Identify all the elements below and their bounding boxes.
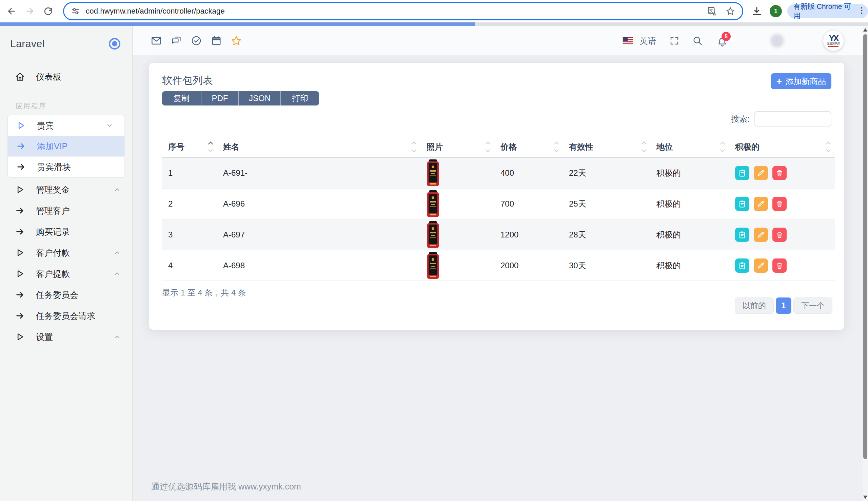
plus-icon: + xyxy=(777,77,782,86)
page-number-button[interactable]: 1 xyxy=(776,298,791,314)
copy-button[interactable]: 复制 xyxy=(162,91,201,106)
reload-icon[interactable] xyxy=(42,5,54,17)
back-icon[interactable] xyxy=(6,5,18,17)
sort-icons xyxy=(642,142,645,152)
package-table: 序号 姓名 照片 价格 xyxy=(162,137,835,281)
screen: cod.hwymw.net/admin/controller/package 文… xyxy=(0,0,868,501)
site-info-icon[interactable] xyxy=(71,7,80,16)
fullscreen-icon[interactable] xyxy=(669,36,680,46)
play-icon xyxy=(15,332,25,342)
delete-button[interactable] xyxy=(772,166,786,180)
sidebar-item-customer-payments[interactable]: 客户付款 xyxy=(0,242,132,263)
chevron-up-icon xyxy=(114,249,121,256)
chevron-down-icon xyxy=(106,122,113,129)
browser-menu-icon[interactable] xyxy=(858,6,865,16)
delete-button[interactable] xyxy=(772,197,786,211)
arrow-right-icon xyxy=(15,311,25,321)
cell-status: 积极的 xyxy=(650,220,729,250)
column-header-active[interactable]: 积极的 xyxy=(729,137,835,157)
sort-icons xyxy=(412,142,416,152)
download-icon[interactable] xyxy=(751,6,762,17)
arrow-right-icon xyxy=(15,227,25,237)
sidebar-item-vip[interactable]: 贵宾 xyxy=(8,115,124,136)
cell-actions xyxy=(729,189,835,219)
translate-icon[interactable]: 文 xyxy=(707,6,717,16)
browser-profile-avatar[interactable]: 1 xyxy=(770,5,782,17)
edit-button[interactable] xyxy=(754,227,768,242)
bookmark-star-icon[interactable] xyxy=(725,6,735,16)
cell-validity: 30天 xyxy=(563,250,650,280)
table-row: 2A-69670025天积极的 xyxy=(162,189,835,220)
delete-button[interactable] xyxy=(772,258,786,273)
edit-button[interactable] xyxy=(754,197,768,211)
sidebar-item-customer-withdrawals[interactable]: 客户提款 xyxy=(0,263,132,284)
play-icon xyxy=(15,184,25,195)
column-header-name[interactable]: 姓名 xyxy=(217,137,421,157)
address-bar[interactable]: cod.hwymw.net/admin/controller/package 文 xyxy=(63,2,743,20)
chrome-update-button[interactable]: 有新版 Chrome 可用 xyxy=(787,4,868,18)
calendar-icon[interactable] xyxy=(210,35,222,46)
page-footer-text: 通过优选源码库雇用我 www.yxymk.com xyxy=(151,481,301,492)
notifications-bell[interactable]: 5 xyxy=(717,35,728,47)
star-icon[interactable] xyxy=(230,35,242,46)
product-photo xyxy=(426,159,440,186)
view-button[interactable] xyxy=(735,166,749,180)
chevron-up-icon xyxy=(114,333,121,340)
check-circle-icon[interactable] xyxy=(191,35,202,46)
sidebar: Laravel 仪表板 应用程序 xyxy=(0,26,133,501)
sidebar-item-dashboard[interactable]: 仪表板 xyxy=(0,66,132,87)
column-header-status[interactable]: 地位 xyxy=(650,137,729,157)
sidebar-item-purchase-records[interactable]: 购买记录 xyxy=(0,221,132,242)
chat-icon[interactable] xyxy=(171,35,182,46)
scrollbar-thumb[interactable] xyxy=(863,34,867,459)
sidebar-item-manage-customers[interactable]: 管理客户 xyxy=(0,200,132,221)
search-input[interactable] xyxy=(755,111,832,127)
search-icon[interactable] xyxy=(692,36,703,46)
sidebar-item-add-vip[interactable]: 添加VIP xyxy=(8,136,124,156)
view-button[interactable] xyxy=(735,258,749,273)
scrollbar-down-arrow[interactable] xyxy=(863,495,867,499)
json-button[interactable]: JSON xyxy=(238,91,280,106)
column-header-photo[interactable]: 照片 xyxy=(421,137,494,157)
sidebar-item-task-committee-requests[interactable]: 任务委员会请求 xyxy=(0,305,132,326)
cell-actions xyxy=(729,220,835,250)
sidebar-item-label: 购买记录 xyxy=(36,226,70,237)
user-avatar[interactable] xyxy=(770,34,784,47)
column-header-no[interactable]: 序号 xyxy=(162,137,217,157)
pdf-button[interactable]: PDF xyxy=(201,91,238,106)
add-product-button[interactable]: + 添加新商品 xyxy=(771,73,832,89)
edit-button[interactable] xyxy=(754,258,768,273)
view-button[interactable] xyxy=(735,227,749,242)
previous-page-button[interactable]: 以前的 xyxy=(735,298,774,314)
language-label[interactable]: 英语 xyxy=(639,35,657,46)
edit-button[interactable] xyxy=(754,166,768,180)
product-photo xyxy=(426,190,440,217)
package-list-card: 软件包列表 复制 PDF JSON 打印 + 添加新商品 搜索: xyxy=(149,63,844,330)
us-flag-icon[interactable] xyxy=(622,37,633,44)
column-header-validity[interactable]: 有效性 xyxy=(563,137,650,157)
sidebar-item-vip-slider[interactable]: 贵宾滑块 xyxy=(8,156,124,177)
sidebar-group-vip: 贵宾 添加VIP xyxy=(7,115,125,178)
site-logo[interactable]: YX 优速源码库 xyxy=(823,31,844,51)
mail-icon[interactable] xyxy=(151,35,162,46)
print-button[interactable]: 打印 xyxy=(280,91,319,106)
sort-icons xyxy=(486,142,490,152)
brand-logo[interactable]: Laravel xyxy=(10,38,45,50)
sidebar-item-task-committee[interactable]: 任务委员会 xyxy=(0,284,132,305)
sidebar-item-settings[interactable]: 设置 xyxy=(0,326,132,347)
sidebar-item-manage-bonus[interactable]: 管理奖金 xyxy=(0,179,132,200)
delete-button[interactable] xyxy=(772,227,786,242)
table-row: 1A-691-40022天积极的 xyxy=(162,158,835,189)
view-button[interactable] xyxy=(735,197,749,211)
forward-icon[interactable] xyxy=(24,5,36,17)
chevron-up-icon xyxy=(114,186,121,193)
play-icon xyxy=(15,269,25,279)
scrollbar-up-arrow[interactable] xyxy=(863,28,867,32)
load-progress-track xyxy=(0,22,868,26)
arrow-right-icon xyxy=(15,205,25,216)
column-header-price[interactable]: 价格 xyxy=(494,137,563,157)
sidebar-toggle-icon[interactable] xyxy=(108,37,121,51)
next-page-button[interactable]: 下一个 xyxy=(793,298,832,314)
sidebar-item-label: 客户提款 xyxy=(36,268,70,279)
page-scrollbar[interactable] xyxy=(862,26,868,501)
